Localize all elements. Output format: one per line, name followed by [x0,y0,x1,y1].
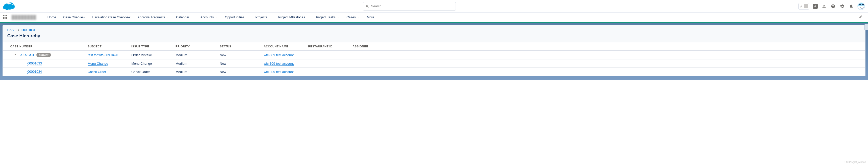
hierarchy-table: CASE NUMBER SUBJECT ISSUE TYPE PRIORITY … [3,42,865,76]
nav-item-case-overview[interactable]: Case Overview [60,12,89,22]
table-header-row: CASE NUMBER SUBJECT ISSUE TYPE PRIORITY … [3,42,865,51]
table-row: 00001031currenttest for wfc-309 0420 …Or… [3,51,865,59]
col-status: STATUS [220,45,264,48]
expand-toggle-icon[interactable] [14,53,17,57]
nav-item-cases[interactable]: Cases [343,12,364,22]
nav-item-opportunities[interactable]: Opportunities [221,12,252,22]
priority-value: Medium [176,62,187,65]
global-search[interactable] [363,2,456,10]
global-header: ★ ▾ + [0,0,868,12]
col-subject: SUBJECT [88,45,131,48]
utility-bar-toggle[interactable] [865,24,868,30]
issue-type-value: Menu Change [131,62,152,65]
subject-link[interactable]: Menu Change [88,62,108,66]
page-title: Case Hierarchy [7,33,861,39]
search-icon [366,4,369,8]
col-assignee: ASSIGNEE [352,45,865,48]
nav-item-project-tasks[interactable]: Project Tasks [313,12,343,22]
nav-item-more[interactable]: More [364,12,382,22]
subject-link[interactable]: Check Order [88,70,106,74]
breadcrumb-parent-link[interactable]: CASE [7,28,16,32]
context-nav-bar: ████████ HomeCase OverviewEscalation Cas… [0,12,868,23]
case-number-link[interactable]: 00001034 [27,70,42,74]
col-restaurant-id: RESTAURANT ID [308,45,352,48]
col-priority: PRIORITY [176,45,220,48]
chevron-down-icon [215,15,218,19]
trailhead-icon[interactable] [821,3,827,9]
salesforce-logo-icon[interactable] [3,2,15,10]
nav-item-label: Projects [255,15,267,19]
header-actions: ★ ▾ + [799,2,865,10]
nav-item-escalation-case-overview[interactable]: Escalation Case Overview [89,12,134,22]
help-icon[interactable] [830,3,836,9]
nav-item-label: Escalation Case Overview [92,15,131,19]
nav-item-label: Home [48,15,56,19]
nav-item-home[interactable]: Home [44,12,60,22]
global-add-button[interactable]: + [813,4,818,9]
app-launcher-icon[interactable] [3,15,7,19]
subject-link[interactable]: test for wfc-309 0420 … [88,53,122,57]
nav-item-calendar[interactable]: Calendar [173,12,197,22]
chevron-down-icon [246,15,248,19]
priority-value: Medium [176,70,187,74]
nav-item-label: Accounts [200,15,214,19]
app-name: ████████ [11,15,36,20]
status-value: New [220,62,226,65]
account-name-link[interactable]: wfc-309 test account [264,62,293,66]
chevron-down-icon: ▾ [804,4,808,8]
priority-value: Medium [176,53,187,57]
chevron-down-icon [191,15,193,19]
nav-item-label: Opportunities [225,15,244,19]
case-number-link[interactable]: 00001033 [27,61,42,65]
nav-item-projects[interactable]: Projects [252,12,275,22]
chevron-down-icon [358,15,360,19]
chevron-down-icon [307,15,309,19]
search-input[interactable] [371,4,453,8]
setup-gear-icon[interactable] [839,3,845,9]
nav-item-project-milestones[interactable]: Project MIlestones [275,12,313,22]
nav-item-label: Approval Requests [137,15,165,19]
col-account-name: ACCOUNT NAME [264,45,308,48]
status-value: New [220,53,226,57]
account-name-link[interactable]: wfc-309 test account [264,70,293,74]
issue-type-value: Order Mistake [131,53,152,57]
chevron-down-icon [337,15,340,19]
chevron-down-icon [269,15,271,19]
nav-item-label: Calendar [176,15,189,19]
page-card: CASE > 00001031 Case Hierarchy CASE NUMB… [2,25,866,76]
content-wrap: CASE > 00001031 Case Hierarchy CASE NUMB… [0,23,868,80]
table-row: 00001034Check OrderCheck OrderMediumNeww… [3,68,865,76]
edit-nav-pencil-icon[interactable] [857,15,865,19]
notifications-bell-icon[interactable] [848,3,854,9]
breadcrumb-current-link[interactable]: 00001031 [21,28,35,32]
card-header: CASE > 00001031 Case Hierarchy [3,25,865,42]
nav-item-approval-requests[interactable]: Approval Requests [134,12,173,22]
nav-item-label: Case Overview [63,15,85,19]
case-number-link[interactable]: 00001031 [20,53,34,57]
table-row: 00001033Menu ChangeMenu ChangeMediumNeww… [3,59,865,68]
breadcrumb-sep: > [18,28,20,32]
star-icon: ★ [800,4,803,8]
favorites-button[interactable]: ★ ▾ [799,3,809,9]
chevron-down-icon [376,15,378,19]
nav-items: HomeCase OverviewEscalation Case Overvie… [44,12,857,22]
issue-type-value: Check Order [131,70,150,74]
nav-item-accounts[interactable]: Accounts [197,12,221,22]
nav-item-label: Project Tasks [316,15,336,19]
nav-item-label: More [367,15,374,19]
current-badge: current [36,53,51,57]
user-avatar[interactable] [858,2,865,10]
col-case-number: CASE NUMBER [10,45,88,48]
breadcrumb: CASE > 00001031 [7,28,861,32]
chevron-down-icon [166,15,169,19]
col-issue-type: ISSUE TYPE [131,45,176,48]
nav-item-label: Project MIlestones [278,15,305,19]
status-value: New [220,70,226,74]
account-name-link[interactable]: wfc-309 test account [264,53,293,57]
nav-item-label: Cases [347,15,356,19]
